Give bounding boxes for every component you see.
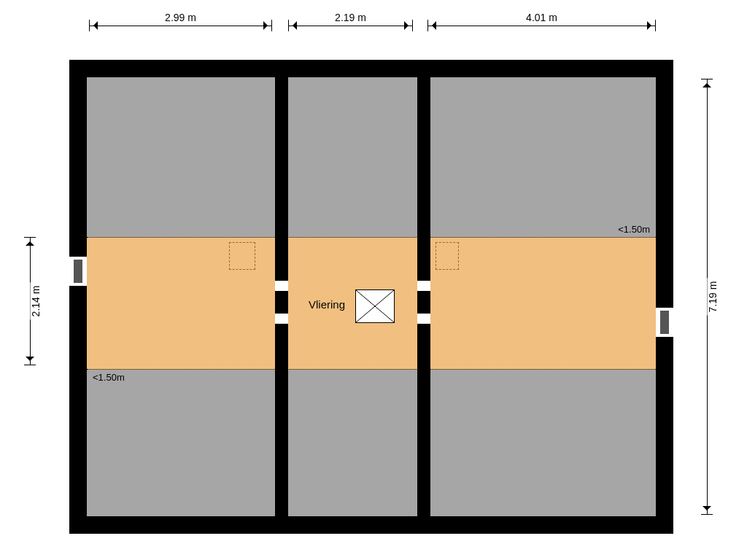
dim-top-seg3-label: 4.01 m (523, 12, 560, 23)
dim-right: 7.19 m (699, 79, 715, 515)
dim-top-seg1: 2.99 m (89, 18, 272, 34)
door-opening-1a (275, 281, 288, 291)
ceil-lower-label: <1.50m (93, 372, 125, 383)
window-right (656, 308, 673, 337)
dim-top-seg1-label: 2.99 m (162, 12, 199, 23)
dim-top-seg3: 4.01 m (427, 18, 656, 34)
dim-right-label: 7.19 m (707, 279, 719, 316)
hatch-icon (355, 289, 395, 323)
dim-top-seg2: 2.19 m (288, 18, 413, 34)
interior-wall-right (417, 77, 430, 516)
ceil-upper-label: <1.50m (618, 224, 650, 235)
door-opening-1b (275, 314, 288, 324)
door-opening-2b (417, 314, 430, 324)
building-interior: <1.50m <1.50m Vliering (87, 77, 656, 516)
dim-left-label: 2.14 m (30, 283, 42, 320)
dashed-rect-right (436, 242, 459, 270)
window-left (69, 257, 87, 286)
dashed-rect-left (229, 242, 255, 270)
floorplan: { "dims": { "top": { "seg1": "2.99 m", "… (0, 0, 747, 560)
interior-wall-left (275, 77, 288, 516)
dim-top-seg2-label: 2.19 m (332, 12, 369, 23)
room-center-label: Vliering (309, 298, 345, 311)
building-outer-wall: <1.50m <1.50m Vliering (69, 60, 673, 534)
door-opening-2a (417, 281, 430, 291)
dim-left: 2.14 m (22, 237, 38, 365)
